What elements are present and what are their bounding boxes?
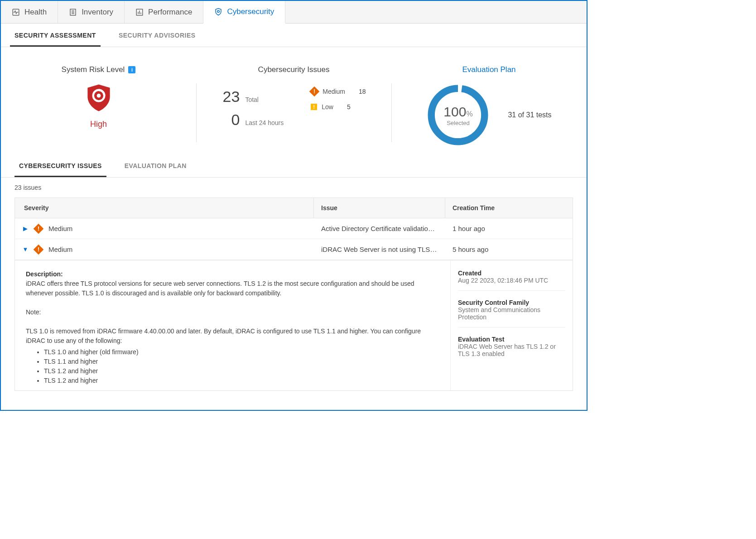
donut-percent-symbol: % [466, 110, 472, 118]
tab-cybersecurity[interactable]: Cybersecurity [203, 1, 285, 24]
sev-low-count: 5 [347, 103, 351, 111]
donut-percent: 100 [443, 104, 466, 119]
risk-title: System Risk Level i [1, 65, 196, 74]
bullet-item: TLS 1.1 and higher [44, 357, 439, 366]
subtab-security-assessment[interactable]: SECURITY ASSESSMENT [10, 24, 101, 47]
tab-performance-label: Performance [148, 8, 192, 17]
issues-last24: 0 [222, 111, 240, 129]
donut-chart: 100% Selected [426, 83, 490, 147]
sev-medium-count: 18 [359, 88, 366, 95]
tab-inventory-label: Inventory [82, 8, 113, 17]
th-severity[interactable]: Severity [15, 198, 314, 218]
svg-point-9 [217, 10, 220, 13]
tab-inventory[interactable]: Inventory [58, 1, 125, 23]
summary-row: System Risk Level i High Cybersecurity I… [1, 47, 587, 156]
risk-shield-icon [85, 83, 112, 114]
table-row[interactable]: ▼ ! Medium iDRAC Web Server is not using… [15, 239, 573, 260]
row-severity: Medium [48, 225, 72, 232]
lower-tab-plan[interactable]: EVALUATION PLAN [120, 156, 191, 177]
risk-level-value: High [90, 120, 107, 129]
bullet-item: TLS 1.2 and higher [44, 366, 439, 376]
tab-health[interactable]: Health [1, 1, 58, 23]
svg-point-11 [96, 94, 101, 98]
test-value: iDRAC Web Server has TLS 1.2 or TLS 1.3 … [458, 343, 556, 357]
top-tabs: Health Inventory Performance Cybersecuri… [1, 1, 587, 24]
created-label: Created [458, 270, 482, 277]
card-cybersecurity-issues: Cybersecurity Issues 23 Total 0 Last 24 … [196, 65, 391, 147]
bullet-item: TLS 1.2 and higher [44, 376, 439, 385]
th-creation-time[interactable]: Creation Time [445, 198, 573, 218]
risk-title-text: System Risk Level [62, 65, 125, 74]
note-text: TLS 1.0 is removed from iDRAC firmware 4… [26, 327, 421, 344]
row-issue: Active Directory Certificate validation … [314, 218, 445, 239]
info-icon[interactable]: i [128, 66, 135, 73]
created-value: Aug 22 2023, 02:18:46 PM UTC [458, 277, 548, 284]
tab-cybersecurity-label: Cybersecurity [227, 7, 274, 16]
row-issue: iDRAC Web Server is not using TLS 1.2 or… [314, 239, 445, 260]
table-header: Severity Issue Creation Time [15, 198, 573, 218]
card-evaluation-plan: Evaluation Plan 100% Selected 31 of 31 t… [391, 65, 587, 147]
issues-title: Cybersecurity Issues [196, 65, 391, 74]
issues-last24-label: Last 24 hours [245, 119, 284, 126]
subtab-security-advisories[interactable]: SECURITY ADVISORIES [114, 24, 200, 47]
issues-total: 23 [222, 88, 240, 106]
tests-count-text: 31 of 31 tests [508, 111, 551, 119]
row-severity: Medium [48, 245, 72, 253]
issues-total-label: Total [245, 96, 259, 103]
sub-tabs: SECURITY ASSESSMENT SECURITY ADVISORIES [1, 24, 587, 47]
low-severity-icon: ! [311, 104, 317, 110]
family-value: System and Communications Protection [458, 306, 540, 321]
issue-count-text: 23 issues [1, 178, 587, 197]
table-row[interactable]: ▶ ! Medium Active Directory Certificate … [15, 218, 573, 239]
detail-sidebar: Created Aug 22 2023, 02:18:46 PM UTC Sec… [450, 260, 573, 390]
tab-performance[interactable]: Performance [125, 1, 203, 23]
medium-severity-icon: ! [34, 244, 44, 255]
card-risk-level: System Risk Level i High [1, 65, 196, 147]
detail-body: Description: iDRAC offers three TLS prot… [15, 260, 450, 390]
bullet-item: TLS 1.0 and higher (old firmware) [44, 347, 439, 357]
row-time: 5 hours ago [445, 239, 573, 260]
shield-icon [214, 8, 222, 16]
inventory-icon [69, 8, 77, 16]
issue-detail-panel: Description: iDRAC offers three TLS prot… [14, 260, 573, 391]
donut-selected-label: Selected [447, 120, 470, 126]
family-label: Security Control Family [458, 299, 529, 306]
medium-severity-icon: ! [309, 87, 320, 97]
sev-low-label: Low [322, 103, 333, 111]
description-text: iDRAC offers three TLS protocol versions… [26, 280, 414, 297]
note-label: Note: [26, 308, 41, 316]
lower-tabs: CYBERSECURITY ISSUES EVALUATION PLAN [1, 156, 587, 178]
plan-title-link[interactable]: Evaluation Plan [391, 65, 587, 74]
test-label: Evaluation Test [458, 336, 504, 343]
th-issue[interactable]: Issue [314, 198, 445, 218]
chevron-right-icon[interactable]: ▶ [22, 225, 29, 232]
performance-icon [135, 8, 144, 16]
sev-medium-label: Medium [323, 88, 345, 95]
description-label: Description: [26, 270, 63, 278]
issues-table: Severity Issue Creation Time ▶ ! Medium … [14, 197, 573, 260]
chevron-down-icon[interactable]: ▼ [22, 246, 29, 253]
learn-more-links: Learn More1, Learn More2, Learn More3 [26, 390, 439, 391]
medium-severity-icon: ! [34, 223, 44, 234]
row-time: 1 hour ago [445, 218, 573, 239]
health-icon [12, 8, 20, 16]
lower-tab-issues[interactable]: CYBERSECURITY ISSUES [14, 156, 106, 177]
tab-health-label: Health [24, 8, 47, 17]
